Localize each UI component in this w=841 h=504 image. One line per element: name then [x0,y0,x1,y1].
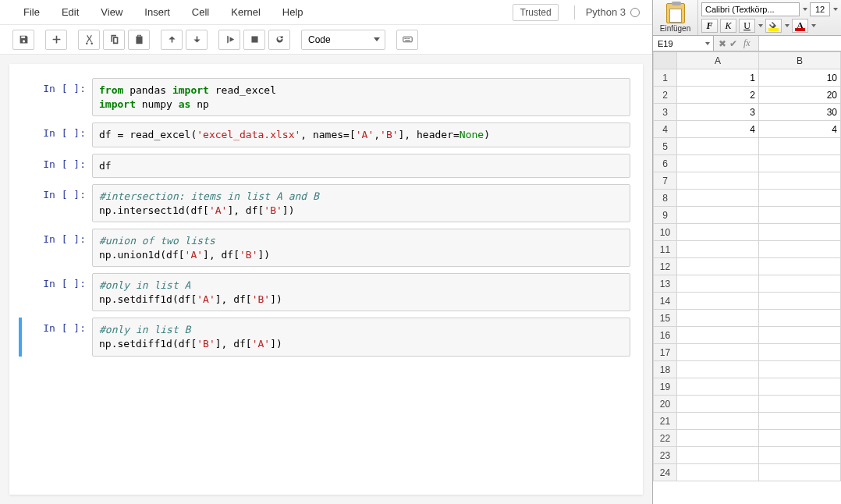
cell[interactable] [677,258,759,275]
row-header[interactable]: 16 [654,327,677,344]
row-header[interactable]: 6 [654,155,677,172]
row-header[interactable]: 15 [654,310,677,327]
cell[interactable]: 1 [677,69,759,87]
cell[interactable] [759,396,841,413]
cell[interactable]: 20 [759,87,841,104]
cell[interactable] [759,172,841,190]
underline-button[interactable]: U [739,19,755,33]
row-header[interactable]: 10 [654,224,677,241]
input-area[interactable]: df [92,154,630,179]
row-header[interactable]: 4 [654,121,677,138]
menu-item-insert[interactable]: Insert [133,6,181,18]
cell[interactable] [759,378,841,396]
name-box[interactable]: E19 [653,36,714,51]
fx-icon[interactable]: fx [740,37,754,49]
menu-item-kernel[interactable]: Kernel [220,6,271,18]
code-cell[interactable]: In [ ]:from pandas import read_excel imp… [22,78,630,116]
trusted-badge[interactable]: Trusted [513,4,558,21]
row-header[interactable]: 20 [654,396,677,413]
cell[interactable]: 3 [677,104,759,121]
row-header[interactable]: 23 [654,447,677,464]
row-header[interactable]: 24 [654,464,677,481]
input-area[interactable]: #only in list B np.setdiff1d(df['B'], df… [92,318,630,356]
input-area[interactable]: df = read_excel('excel_data.xlsx', names… [92,122,630,147]
move-up-button[interactable] [161,30,183,50]
cell[interactable] [759,447,841,464]
kernel-indicator[interactable]: Python 3 [586,6,640,18]
formula-bar[interactable] [758,36,841,51]
accept-icon[interactable]: ✔ [729,38,737,49]
menu-item-file[interactable]: File [12,6,51,18]
cell[interactable] [677,275,759,293]
column-header-B[interactable]: B [759,52,841,69]
row-header[interactable]: 11 [654,241,677,258]
input-area[interactable]: #only in list A np.setdiff1d(df['A'], df… [92,273,630,311]
input-area[interactable]: from pandas import read_excel import num… [92,78,630,116]
cell[interactable] [677,464,759,481]
cell[interactable] [677,327,759,344]
cancel-icon[interactable]: ✖ [719,38,726,49]
row-header[interactable]: 5 [654,138,677,155]
font-select[interactable]: Calibri (Textkörp... [701,2,800,16]
input-area[interactable]: #union of two lists np.union1d(df['A'], … [92,229,630,267]
cell[interactable]: 2 [677,87,759,104]
cell[interactable] [759,241,841,258]
row-header[interactable]: 21 [654,413,677,430]
cell[interactable] [677,344,759,361]
paste-button[interactable]: Einfügen [653,0,698,35]
cut-button[interactable] [78,30,100,50]
cell[interactable] [759,413,841,430]
cell[interactable] [759,464,841,481]
paste-button[interactable] [128,30,150,50]
move-down-button[interactable] [186,30,208,50]
code-cell[interactable]: In [ ]:#only in list B np.setdiff1d(df['… [19,318,630,356]
select-all-corner[interactable] [654,52,677,69]
cell[interactable] [759,224,841,241]
column-header-A[interactable]: A [677,52,759,69]
cell[interactable] [677,378,759,396]
cell[interactable] [759,155,841,172]
cell[interactable] [759,293,841,310]
cell[interactable] [759,361,841,378]
cell[interactable] [677,190,759,207]
cell[interactable] [759,138,841,155]
cell[interactable] [677,155,759,172]
row-header[interactable]: 2 [654,87,677,104]
cell[interactable] [677,293,759,310]
cell[interactable] [759,430,841,447]
code-cell[interactable]: In [ ]:df = read_excel('excel_data.xlsx'… [22,122,630,147]
menu-item-cell[interactable]: Cell [181,6,220,18]
cell[interactable] [759,275,841,293]
row-header[interactable]: 3 [654,104,677,121]
copy-button[interactable] [103,30,125,50]
add-cell-button[interactable] [45,30,67,50]
font-size-input[interactable]: 12 [810,2,830,16]
cell[interactable]: 30 [759,104,841,121]
cell[interactable] [677,224,759,241]
cell[interactable] [677,447,759,464]
cell[interactable] [677,430,759,447]
cell[interactable] [677,241,759,258]
cell[interactable] [677,310,759,327]
cell[interactable] [677,413,759,430]
cell[interactable] [759,344,841,361]
save-button[interactable] [12,30,34,50]
cell[interactable] [759,190,841,207]
fill-color-button[interactable] [765,19,782,33]
cell[interactable] [677,207,759,224]
stop-button[interactable] [243,30,265,50]
row-header[interactable]: 22 [654,430,677,447]
row-header[interactable]: 13 [654,275,677,293]
menu-item-help[interactable]: Help [271,6,314,18]
bold-button[interactable]: F [701,19,718,33]
row-header[interactable]: 14 [654,293,677,310]
row-header[interactable]: 1 [654,69,677,87]
spreadsheet-grid[interactable]: AB11102220333044456789101112131415161718… [653,51,841,504]
row-header[interactable]: 8 [654,190,677,207]
code-cell[interactable]: In [ ]:#union of two lists np.union1d(df… [22,229,630,267]
restart-button[interactable] [268,30,290,50]
cell[interactable] [759,258,841,275]
notebook-area[interactable]: In [ ]:from pandas import read_excel imp… [9,64,643,495]
run-button[interactable] [218,30,240,50]
row-header[interactable]: 7 [654,172,677,190]
